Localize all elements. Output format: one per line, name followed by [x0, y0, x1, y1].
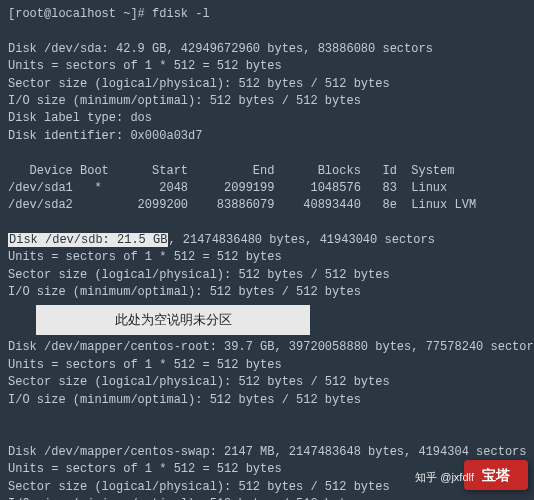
- centos-swap-header: Disk /dev/mapper/centos-swap: 2147 MB, 2…: [8, 444, 526, 461]
- blank-line: [8, 215, 526, 232]
- partition-table-header: Device Boot Start End Blocks Id System: [8, 163, 526, 180]
- blank-line: [8, 409, 526, 426]
- centos-root-header: Disk /dev/mapper/centos-root: 39.7 GB, 3…: [8, 339, 526, 356]
- sda-identifier: Disk identifier: 0x000a03d7: [8, 128, 526, 145]
- sdb-header: Disk /dev/sdb: 21.5 GB, 21474836480 byte…: [8, 232, 526, 249]
- annotation-text: 此处为空说明未分区: [36, 305, 310, 336]
- sdb-io-size: I/O size (minimum/optimal): 512 bytes / …: [8, 284, 526, 301]
- sda-sector-size: Sector size (logical/physical): 512 byte…: [8, 76, 526, 93]
- terminal-prompt-fdisk: [root@localhost ~]# fdisk -l: [8, 6, 526, 23]
- sda-units: Units = sectors of 1 * 512 = 512 bytes: [8, 58, 526, 75]
- partition-row-sda2: /dev/sda2 2099200 83886079 40893440 8e L…: [8, 197, 526, 214]
- centos-root-units: Units = sectors of 1 * 512 = 512 bytes: [8, 357, 526, 374]
- sdb-header-highlight: Disk /dev/sdb: 21.5 GB: [8, 233, 168, 247]
- centos-swap-io-size: I/O size (minimum/optimal): 512 bytes / …: [8, 496, 526, 500]
- blank-line: [8, 145, 526, 162]
- blank-line: [8, 23, 526, 40]
- annotation-callout: 此处为空说明未分区: [8, 302, 526, 340]
- partition-row-sda1: /dev/sda1 * 2048 2099199 1048576 83 Linu…: [8, 180, 526, 197]
- centos-root-sector-size: Sector size (logical/physical): 512 byte…: [8, 374, 526, 391]
- sdb-units: Units = sectors of 1 * 512 = 512 bytes: [8, 249, 526, 266]
- sda-label-type: Disk label type: dos: [8, 110, 526, 127]
- sdb-sector-size: Sector size (logical/physical): 512 byte…: [8, 267, 526, 284]
- sdb-header-rest: , 21474836480 bytes, 41943040 sectors: [168, 233, 434, 247]
- blank-line: [8, 426, 526, 443]
- centos-root-io-size: I/O size (minimum/optimal): 512 bytes / …: [8, 392, 526, 409]
- sda-io-size: I/O size (minimum/optimal): 512 bytes / …: [8, 93, 526, 110]
- watermark-attribution: 知乎 @jxfdlf: [415, 470, 474, 486]
- sda-header: Disk /dev/sda: 42.9 GB, 42949672960 byte…: [8, 41, 526, 58]
